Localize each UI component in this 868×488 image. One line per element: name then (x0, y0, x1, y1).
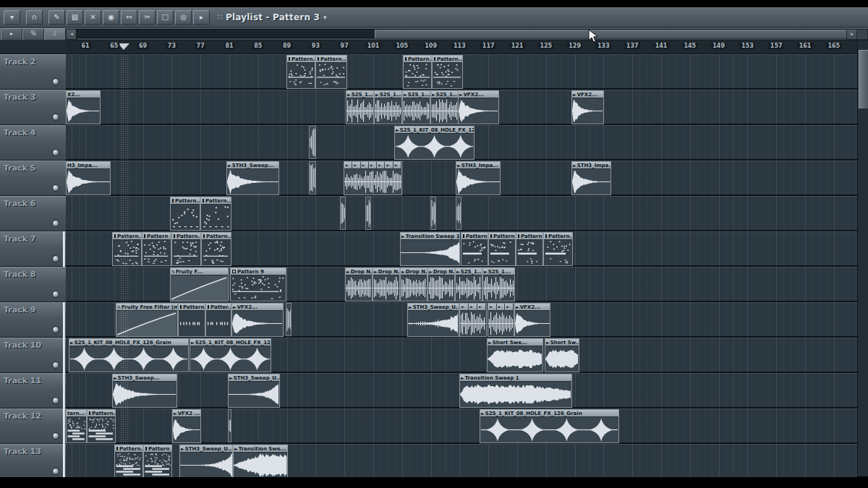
track-mute-led[interactable] (52, 220, 59, 227)
vertical-scrollbar[interactable] (857, 40, 868, 476)
playhead-marker[interactable] (118, 43, 129, 50)
clip-vfx2[interactable]: ►VFX2... (458, 90, 499, 124)
select-tool-icon[interactable]: □ (157, 10, 174, 25)
clip-sth3-sweep[interactable]: ►STH3_Sweep... (226, 161, 279, 195)
snap-magnet-icon[interactable]: ∩ (26, 10, 43, 25)
clip-s2s-1[interactable]: ►S2S_1... (402, 90, 430, 124)
playback-tool-icon[interactable]: ▸ (193, 10, 210, 25)
track-mute-led[interactable] (52, 78, 59, 85)
clip-pattern-2[interactable]: Pattern 2 (143, 445, 172, 477)
clip-fruity-f[interactable]: ✎Fruity F... (170, 267, 229, 301)
title-dropdown-arrow-icon[interactable]: ▾ (323, 14, 327, 21)
thin-clip[interactable] (430, 197, 436, 230)
thin-clip[interactable] (228, 409, 231, 442)
clip-pattern[interactable]: Pattern... (403, 55, 432, 89)
clip-s2s-1[interactable]: ►S2S_1... (482, 267, 515, 301)
mini-clip-group[interactable]: ►►►►►►► (344, 161, 402, 195)
clip-pattern-6[interactable]: Pattern 6 (461, 232, 488, 266)
mini-clip-group[interactable]: ►►► (488, 303, 514, 337)
clip-sth3-sweep-u[interactable]: ►STH3_Sweep_U... (407, 303, 459, 337)
clip-pattern[interactable]: Pattern... (286, 55, 315, 89)
clip-vfx2[interactable]: ►VFX2... (514, 303, 550, 337)
mini-clip-group[interactable]: ►►► (459, 303, 487, 337)
horizontal-scrollbar[interactable] (76, 29, 846, 38)
track-mute-led[interactable] (52, 326, 59, 333)
thin-clip[interactable] (286, 303, 292, 336)
track-header-track-6[interactable]: Track 6 (0, 196, 66, 231)
draw-tool-icon[interactable]: ✎ (48, 10, 65, 25)
clip-s2s-1-kit-08-hole-fx-126-grain[interactable]: ►S2S_1_KIT_08_HOLE_FX_126_Grain (480, 409, 619, 443)
performance-mode-button[interactable]: % (22, 28, 44, 40)
clip-pattern[interactable]: Pattern... (488, 232, 516, 266)
clip-sth3-sweep-u[interactable]: ►STH3_Sweep_U... (179, 445, 233, 477)
clip-pattern[interactable]: Pattern... (114, 445, 143, 477)
delete-tool-icon[interactable]: ✕ (85, 10, 101, 25)
clip-drop-n[interactable]: ►Drop N... (427, 267, 455, 301)
clip-transition-swe[interactable]: ►Transition Swe... (233, 445, 288, 477)
clip-drop-n[interactable]: ►Drop N... (345, 267, 373, 301)
track-header-track-5[interactable]: Track 5 (0, 160, 66, 196)
clip-pattern[interactable]: Pattern... (178, 303, 205, 337)
clip-sth3-sweep-u[interactable]: ►STH3_Sweep_U... (228, 374, 280, 408)
track-mute-led[interactable] (52, 397, 59, 404)
clip-sth3-impa[interactable]: ►STH3_Impa... (456, 161, 501, 195)
thin-clip[interactable] (365, 197, 371, 230)
clip-tern[interactable]: tern... (66, 409, 87, 443)
track-mute-led[interactable] (52, 114, 59, 121)
track-mute-led[interactable] (52, 184, 59, 192)
clip-pattern-9[interactable]: Pattern 9 (230, 267, 286, 301)
clip-patter[interactable]: Patter... (205, 303, 231, 337)
track-header-track-13[interactable]: Track 13 (0, 444, 66, 477)
track-header-track-8[interactable]: Track 8 (0, 267, 66, 302)
clip-h3-impa[interactable]: H3_Impa... (66, 161, 111, 195)
clip-vfx2[interactable]: ►VFX2... (571, 90, 604, 124)
clip-transition-sweep-1[interactable]: ►Transition Sweep 1 (400, 232, 460, 266)
thin-clip[interactable] (309, 161, 316, 194)
track-header-track-3[interactable]: Track 3 (0, 90, 66, 125)
clip-pattern-8[interactable]: Pattern 8 (142, 232, 171, 266)
track-header-track-10[interactable]: Track 10 (0, 338, 66, 373)
track-mute-led[interactable] (52, 149, 59, 156)
track-header-track-12[interactable]: Track 12 (0, 408, 66, 444)
clip-s2s-1-kit-08-hole-fx-126-grain[interactable]: ►S2S_1_KIT_08_HOLE_FX_126_Grain (69, 338, 189, 372)
clip-sth3-impa[interactable]: ►STH3_Impa... (571, 161, 611, 195)
note-options-button[interactable]: ♪ (44, 28, 66, 40)
clip-pattern[interactable]: Pattern... (171, 232, 201, 266)
track-mute-led[interactable] (52, 361, 59, 369)
clip-area[interactable]: Pattern...Pattern...Pattern...Pattern...… (66, 54, 857, 477)
clip-x2[interactable]: X2... (66, 90, 101, 124)
track-header-track-2[interactable]: Track 2 (0, 54, 66, 90)
thin-clip[interactable] (456, 197, 461, 230)
track-header-track-4[interactable]: Track 4 (0, 125, 66, 160)
clip-short-sw[interactable]: ►Short Sw... (545, 338, 579, 372)
clip-pattern[interactable]: Pattern... (201, 232, 231, 266)
horizontal-scrollbar-thumb[interactable] (375, 30, 847, 39)
mute-tool-icon[interactable]: ◉ (103, 10, 119, 25)
clip-pattern[interactable]: Pattern... (543, 232, 573, 266)
track-mute-led[interactable] (52, 255, 59, 262)
clip-pattern[interactable]: Pattern... (432, 55, 463, 89)
track-header-track-9[interactable]: Track 9 (0, 302, 66, 338)
clip-pattern[interactable]: Pattern... (516, 232, 543, 266)
clip-s2s-1-kit-08-hole-fx-12[interactable]: ►S2S_1_KIT_08_HOLE_FX_12... (394, 126, 475, 160)
track-mute-led[interactable] (52, 291, 59, 298)
clip-drop-n[interactable]: ►Drop N... (373, 267, 400, 301)
clip-s2s-1[interactable]: ►S2S_1... (455, 267, 482, 301)
timeline-ruler[interactable]: 6165697377818589939710110510911311712112… (66, 40, 857, 54)
clip-pattern[interactable]: Pattern... (315, 55, 347, 89)
clip-s2s-1[interactable]: ►S2S_1... (374, 90, 402, 124)
slip-tool-icon[interactable]: ↔ (121, 10, 137, 25)
thin-clip[interactable] (309, 126, 316, 159)
clip-vfx2[interactable]: ►VFX2 ... (172, 409, 201, 443)
clip-transition-sweep-1[interactable]: ►Transition Sweep 1 (459, 374, 572, 408)
clip-short-swe[interactable]: ►Short Swe... (487, 338, 543, 372)
playlist-options-dropdown-icon[interactable]: ▾ (4, 10, 20, 25)
clip-pattern[interactable]: Pattern... (170, 197, 200, 231)
paint-tool-icon[interactable]: ▧ (67, 10, 83, 25)
zoom-tool-icon[interactable]: ◎ (175, 10, 192, 25)
playlist-titlebar[interactable]: ∷ ▾∩✎▧✕◉↔✂□◎▸ ∷ Playlist - Pattern 3 ▾ (0, 7, 868, 27)
clip-pattern[interactable]: Pattern... (87, 409, 116, 443)
vertical-scrollbar-thumb[interactable] (859, 50, 868, 109)
clip-vfx2[interactable]: ►VFX2... (231, 303, 284, 337)
slice-tool-icon[interactable]: ✂ (139, 10, 156, 25)
